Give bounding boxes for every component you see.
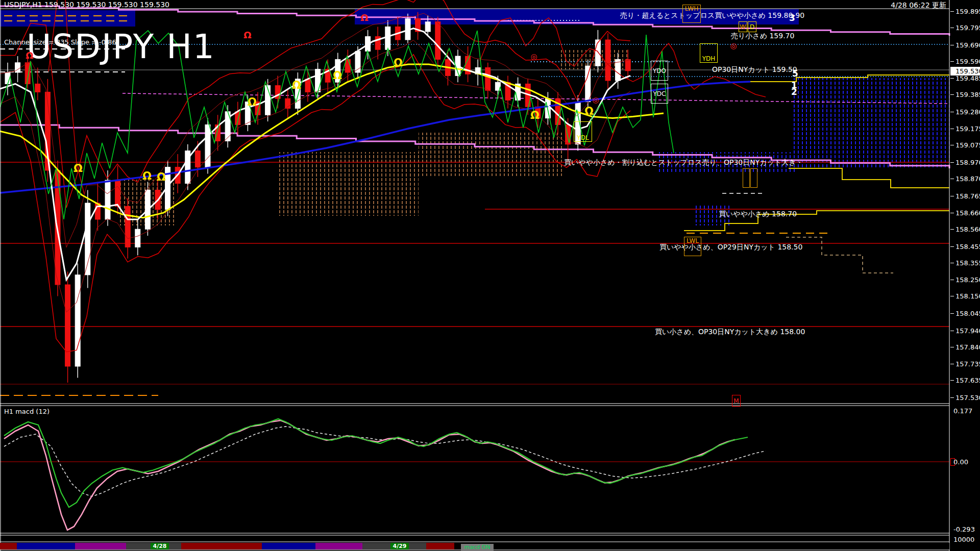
- axis-tick-mark: [950, 94, 954, 95]
- macd-pink-line: [4, 420, 735, 530]
- chart-object-box: [743, 168, 750, 188]
- signal-omega-red-icon: Ω: [26, 50, 33, 61]
- candle-body: [195, 151, 200, 167]
- wave-count-number: 2: [791, 87, 797, 97]
- axis-tick-mark: [950, 213, 954, 213]
- axis-tick-mark: [950, 296, 954, 296]
- annotation-text: 買いやや小さめ・割り込むとストップロス売り、OP30日NYカット大き・: [564, 158, 803, 167]
- chart-object-box-ydc: YDC: [651, 84, 668, 104]
- signal-omega-icon: Ω: [292, 79, 301, 91]
- candle-body: [625, 59, 630, 70]
- axis-tick-mark: [950, 196, 954, 196]
- axis-tick-mark: [950, 280, 954, 280]
- chart-object-box-ydo: YDO: [651, 61, 668, 81]
- signal-omega-icon: Ω: [142, 170, 152, 182]
- ichimoku-cloud-blue: [791, 78, 949, 169]
- update-timestamp: 4/28 06:22 更新: [891, 2, 946, 9]
- candle-body: [125, 206, 130, 247]
- chart-canvas[interactable]: [0, 0, 980, 551]
- price-tick-label: 159.590: [955, 58, 980, 65]
- wave-count-number: 3: [789, 13, 795, 23]
- date-label: 4/29: [390, 543, 409, 549]
- price-tick-label: 159.385: [955, 91, 980, 98]
- session-segment: [426, 543, 454, 549]
- signal-omega-icon: Ω: [248, 96, 257, 108]
- chart-object-box-d: D: [748, 21, 756, 32]
- candle-body: [425, 22, 430, 32]
- price-tick-label: 158.870: [955, 175, 980, 183]
- macd-indicator-label: H1 macd (12): [4, 408, 50, 415]
- macd-toggle-button[interactable]: macd ON: [461, 544, 494, 551]
- signal-omega-icon: Ω: [530, 109, 540, 121]
- signal-circle-icon: ◎: [530, 52, 537, 61]
- price-tick-label: 158.150: [955, 292, 980, 300]
- session-segment: [454, 543, 949, 549]
- candle-body: [305, 79, 310, 92]
- axis-tick-mark: [950, 162, 954, 163]
- price-tick-label: 158.250: [955, 276, 980, 284]
- axis-tick-mark: [950, 112, 954, 112]
- price-tick-label: 158.560: [955, 226, 980, 233]
- price-tick-label: 158.660: [955, 209, 980, 217]
- signal-omega-icon: Ω: [74, 162, 83, 174]
- signal-omega-red-icon: Ω: [243, 30, 251, 40]
- price-tick-label: 158.045: [955, 310, 980, 317]
- price-tick-label: 157.530: [955, 394, 980, 402]
- candle-body: [595, 40, 600, 66]
- candle-body: [385, 27, 390, 49]
- signal-circle-icon: ◎: [592, 95, 599, 105]
- wave-count-number: 5: [792, 68, 798, 79]
- candle-body: [105, 180, 110, 219]
- price-axis[interactable]: 159.530 10000 159.895159.795159.690159.5…: [950, 0, 980, 551]
- ichimoku-cloud-orange: [419, 133, 564, 176]
- ichimoku-cloud-orange: [278, 152, 419, 216]
- axis-tick-mark: [950, 28, 954, 28]
- price-tick-label: 159.795: [955, 24, 980, 32]
- signal-omega-icon: Ω: [394, 57, 403, 69]
- annotation-text: OP30日NYカット 159.50: [712, 65, 797, 74]
- price-tick-label: 158.355: [955, 259, 980, 267]
- channel-info-label: Channel size = 835 Slope = -0.86: [4, 39, 116, 46]
- date-label: 4/28: [151, 543, 169, 549]
- candle-body: [315, 69, 321, 92]
- signal-omega-icon: Ω: [584, 105, 594, 117]
- axis-tick-mark: [950, 145, 954, 145]
- price-tick-label: 159.175: [955, 125, 980, 133]
- signal-omega-icon: Ω: [333, 69, 342, 82]
- candle-body: [115, 180, 120, 206]
- axis-tick-mark: [950, 364, 954, 364]
- price-tick-label: 159.075: [955, 141, 980, 149]
- price-tick-label: 157.940: [955, 327, 980, 335]
- candle-body: [65, 285, 70, 366]
- price-tick-label: 158.455: [955, 243, 980, 251]
- annotation-text: 売り小さめ 159.70: [731, 32, 794, 41]
- macd-tick-label: -0.293: [953, 525, 975, 533]
- candle-body: [485, 67, 491, 90]
- session-segment: [181, 543, 262, 549]
- chart-object-box: [750, 168, 757, 188]
- chart-object-box-ydl: YDL: [574, 121, 592, 142]
- axis-tick-mark: [950, 78, 954, 79]
- price-tick-label: 157.840: [955, 343, 980, 351]
- axis-tick-mark: [950, 331, 954, 331]
- price-tick-label: 158.970: [955, 159, 980, 166]
- candle-body: [35, 84, 40, 92]
- price-tick-label: 159.895: [955, 8, 980, 15]
- axis-tick-mark: [950, 263, 954, 263]
- trading-chart-window: USDJPY,H1 159.530 159.530 159.530 159.53…: [0, 0, 980, 551]
- axis-tick-mark: [950, 347, 954, 347]
- signal-omega-red-icon: Ω: [360, 12, 368, 23]
- chart-object-box-lwh: LWH: [682, 5, 701, 23]
- axis-tick-mark: [950, 61, 954, 62]
- annotation-text: 買いやや小さめ 158.70: [719, 210, 797, 219]
- macd-green-line: [4, 419, 748, 507]
- price-tick-label: 157.735: [955, 360, 980, 368]
- axis-tick-mark: [950, 179, 954, 179]
- candle-body: [135, 229, 140, 247]
- annotation-text: 売り・超えるとストップロス買いやや小さめ 159.80-90: [620, 11, 804, 20]
- session-segment: [75, 543, 126, 549]
- axis-tick-mark: [950, 45, 954, 45]
- chart-object-box-lwl: LWL: [684, 237, 701, 256]
- signal-omega-icon: Ω: [157, 171, 166, 183]
- symbol-quote: USDJPY,H1 159.530 159.530 159.530 159.53…: [4, 1, 169, 9]
